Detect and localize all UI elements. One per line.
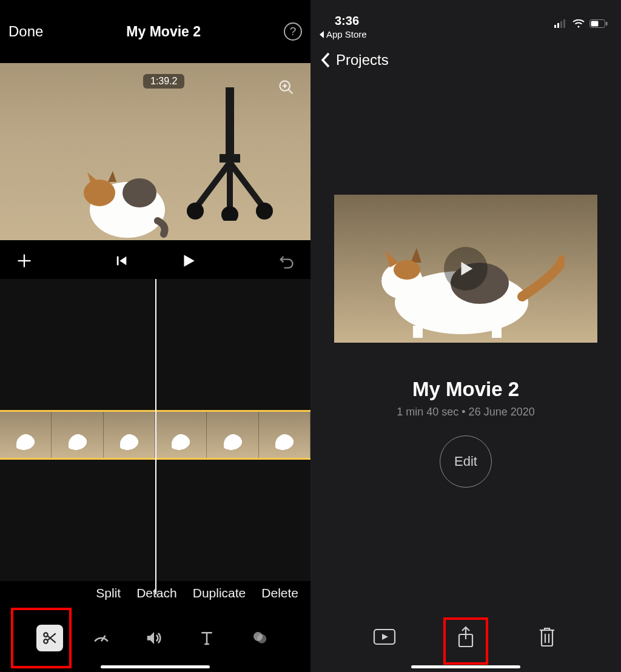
back-to-app[interactable]: App Store [310, 29, 621, 42]
home-indicator[interactable] [101, 665, 210, 668]
svg-point-10 [256, 203, 273, 220]
undo-icon[interactable] [274, 249, 298, 273]
text-tool-icon[interactable] [192, 623, 221, 653]
svg-marker-25 [147, 632, 154, 644]
projects-nav[interactable]: Projects [310, 42, 621, 73]
trash-icon[interactable] [532, 622, 562, 651]
play-overlay-icon[interactable] [444, 247, 488, 291]
svg-rect-32 [557, 23, 559, 28]
battery-icon [589, 19, 608, 28]
svg-rect-34 [563, 19, 565, 28]
back-caret-icon [319, 31, 325, 38]
svg-rect-37 [591, 21, 599, 27]
back-app-label: App Store [326, 29, 367, 39]
svg-rect-38 [606, 22, 608, 25]
svg-point-43 [394, 260, 420, 280]
clip-thumbnail [155, 412, 207, 458]
svg-marker-46 [462, 262, 473, 276]
svg-point-9 [187, 203, 204, 220]
svg-marker-19 [184, 255, 194, 267]
done-button[interactable]: Done [8, 23, 43, 40]
svg-line-6 [195, 163, 230, 209]
clip-thumbnail [207, 412, 258, 458]
play-icon[interactable] [176, 249, 201, 273]
edit-header: Done My Movie 2 ? [0, 0, 310, 63]
svg-point-35 [578, 26, 580, 28]
svg-marker-39 [320, 31, 324, 38]
imovie-edit-screen: Done My Movie 2 ? 1:39.2 [0, 0, 310, 672]
skip-start-icon[interactable] [110, 249, 134, 273]
svg-rect-45 [492, 326, 502, 338]
speed-tool-icon[interactable] [87, 623, 116, 653]
project-detail: My Movie 2 1 min 40 sec • 26 June 2020 E… [310, 73, 621, 488]
annotation-highlight [11, 608, 72, 668]
detach-button[interactable]: Detach [136, 586, 177, 600]
svg-line-7 [230, 163, 264, 209]
add-media-icon[interactable] [12, 249, 36, 273]
svg-rect-33 [560, 21, 562, 28]
chevron-left-icon [320, 52, 331, 69]
duplicate-button[interactable]: Duplicate [193, 586, 246, 600]
clip-thumbnail [0, 412, 52, 458]
svg-marker-48 [382, 634, 388, 640]
projects-nav-label: Projects [336, 52, 389, 69]
imovie-projects-screen: 3:36 App Store Projects [310, 0, 621, 672]
split-button[interactable]: Split [96, 586, 121, 600]
video-preview[interactable]: 1:39.2 [0, 63, 310, 240]
svg-point-14 [123, 178, 156, 207]
status-bar: 3:36 [310, 0, 621, 29]
cat-illustration [73, 154, 170, 239]
chair-illustration [177, 87, 286, 221]
status-time: 3:36 [335, 14, 359, 28]
project-title: My Movie 2 [412, 378, 519, 401]
svg-rect-52 [542, 630, 552, 646]
project-thumbnail[interactable] [334, 195, 597, 343]
help-icon[interactable]: ? [284, 22, 302, 41]
clip-thumbnail [52, 412, 103, 458]
playhead-line[interactable] [155, 279, 156, 594]
wifi-icon [572, 19, 585, 28]
home-indicator[interactable] [411, 665, 520, 668]
svg-marker-18 [119, 257, 126, 266]
status-icons [554, 19, 608, 28]
volume-tool-icon[interactable] [139, 623, 169, 653]
annotation-highlight [443, 617, 488, 665]
playhead-marker-icon [148, 240, 163, 250]
svg-point-11 [221, 206, 238, 221]
project-title: My Movie 2 [126, 24, 201, 40]
filters-tool-icon[interactable] [245, 623, 274, 653]
svg-point-30 [258, 634, 267, 643]
svg-rect-5 [220, 154, 240, 163]
delete-button[interactable]: Delete [261, 586, 298, 600]
timecode-pill: 1:39.2 [143, 74, 184, 89]
timeline[interactable] [0, 279, 310, 594]
play-button-icon[interactable] [370, 622, 399, 651]
edit-button[interactable]: Edit [440, 435, 492, 488]
svg-rect-44 [413, 326, 423, 338]
clip-thumbnail [259, 412, 310, 458]
project-meta: 1 min 40 sec • 26 June 2020 [397, 406, 534, 418]
svg-rect-4 [226, 87, 234, 160]
svg-point-13 [84, 180, 115, 206]
signal-icon [554, 19, 568, 28]
svg-rect-31 [554, 25, 556, 28]
svg-rect-17 [117, 257, 119, 266]
svg-line-1 [289, 90, 293, 94]
clip-thumbnail [104, 412, 155, 458]
